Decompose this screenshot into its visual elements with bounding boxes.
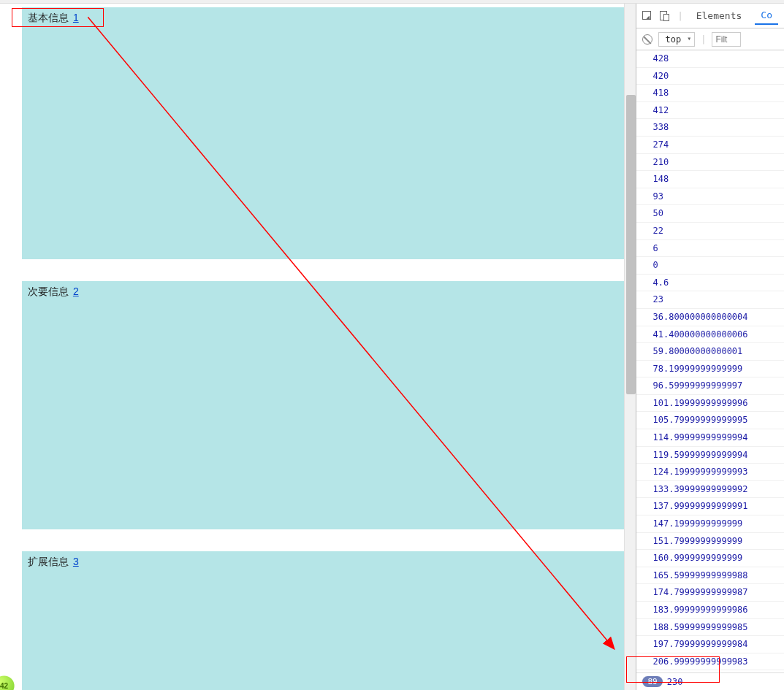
console-log-row[interactable]: 96.59999999999997 [636,377,784,395]
console-log-row[interactable]: 133.39999999999992 [636,481,784,499]
console-log-row[interactable]: 197.79999999999984 [636,636,784,653]
devtools-header: | Elements Co [636,4,784,28]
console-log-row[interactable]: 114.99999999999994 [636,429,784,447]
repeat-count-badge: 89 [642,676,662,687]
console-log-row[interactable]: 160.9999999999999 [636,550,784,567]
device-toggle-icon[interactable] [660,11,670,21]
console-log-row[interactable]: 41.400000000000006 [636,326,784,344]
console-log-row[interactable]: 151.7999999999999 [636,533,784,551]
page-scrollbar[interactable] [624,4,636,690]
tab-elements[interactable]: Elements [690,7,748,24]
section-link-2[interactable]: 2 [73,285,79,297]
console-log-row[interactable]: 210 [636,154,784,172]
devtools-toolbar: top | [636,28,784,50]
console-log-row[interactable]: 418 [636,85,784,102]
console-log-row[interactable]: 420 [636,68,784,85]
section-title-text: 扩展信息 [28,556,69,567]
console-log-row[interactable]: 6 [636,240,784,258]
console-footer-value: 230 [667,677,683,687]
console-log-row[interactable]: 428 [636,50,784,68]
section-title: 次要信息 2 [28,285,618,299]
console-log-row[interactable]: 0 [636,257,784,275]
section-title-text: 基本信息 [28,12,69,23]
console-log-row[interactable]: 124.19999999999993 [636,464,784,481]
console-filter-input[interactable] [712,32,741,47]
section-link-3[interactable]: 3 [73,556,79,567]
console-log-row[interactable]: 93 [636,188,784,206]
console-log-row[interactable]: 50 [636,205,784,223]
console-output: 428420418412338274210148935022604.62336.… [636,50,784,672]
console-log-row[interactable]: 174.79999999999987 [636,584,784,602]
console-log-row[interactable]: 137.99999999999991 [636,498,784,515]
devtools-panel: | Elements Co top | 42842041841233827421… [636,4,784,690]
console-log-row[interactable]: 59.80000000000001 [636,343,784,361]
console-log-row[interactable]: 23 [636,291,784,309]
tab-console[interactable]: Co [755,7,778,25]
context-value: top [665,34,681,45]
section-title: 基本信息 1 [28,12,618,25]
scrollbar-thumb[interactable] [626,95,636,394]
divider: | [701,34,706,45]
console-log-row[interactable]: 78.19999999999999 [636,361,784,378]
console-log-row[interactable]: 338 [636,119,784,137]
clear-console-icon[interactable] [642,34,652,45]
section-basic-info: 基本信息 1 [22,7,624,259]
console-log-row[interactable]: 101.19999999999996 [636,395,784,413]
console-log-row[interactable]: 188.59999999999985 [636,619,784,637]
section-title: 扩展信息 3 [28,556,618,569]
console-log-row[interactable]: 206.99999999999983 [636,653,784,671]
console-log-row[interactable]: 412 [636,102,784,120]
console-log-row[interactable]: 148 [636,171,784,188]
context-selector[interactable]: top [658,32,695,47]
page-viewport: 基本信息 1 次要信息 2 扩展信息 3 42 [0,4,624,690]
inspect-icon[interactable] [642,11,652,21]
console-log-row[interactable]: 183.99999999999986 [636,602,784,619]
console-log-row[interactable]: 274 [636,137,784,154]
console-footer-row: 89 230 [636,672,784,690]
divider: | [677,11,682,21]
section-link-1[interactable]: 1 [73,12,79,23]
extension-badge-count: 42 [0,682,8,690]
console-log-row[interactable]: 22 [636,223,784,240]
section-extended-info: 扩展信息 3 [22,551,624,690]
console-log-row[interactable]: 36.800000000000004 [636,309,784,326]
console-log-row[interactable]: 4.6 [636,275,784,292]
section-title-text: 次要信息 [28,285,69,297]
extension-badge[interactable]: 42 [0,675,15,690]
console-log-row[interactable]: 119.59999999999994 [636,447,784,464]
section-secondary-info: 次要信息 2 [22,281,624,529]
main-area: 基本信息 1 次要信息 2 扩展信息 3 42 [0,4,784,690]
console-log-row[interactable]: 105.79999999999995 [636,412,784,429]
console-log-row[interactable]: 165.59999999999988 [636,567,784,585]
console-log-row[interactable]: 147.1999999999999 [636,515,784,533]
